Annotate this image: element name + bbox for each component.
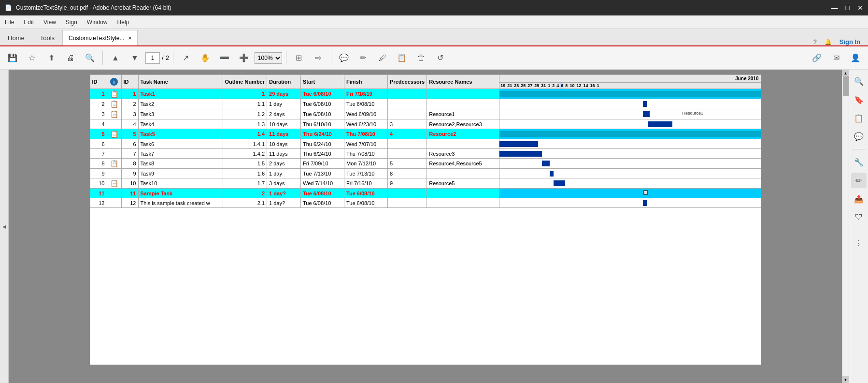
cell-resource: [427, 89, 499, 99]
cell-outline: 1.4.2: [223, 149, 267, 159]
account-button[interactable]: 👤: [847, 49, 864, 67]
cell-finish: Mon 7/12/10: [344, 159, 388, 169]
sidebar-comment-icon[interactable]: 💬: [851, 129, 867, 144]
table-row: 6 6 Task6 1.4.1 10 days Thu 6/24/10 Wed …: [90, 139, 761, 149]
menu-bar: File Edit View Sign Window Help: [0, 15, 868, 29]
search-button[interactable]: 🔍: [81, 49, 99, 67]
close-button[interactable]: ✕: [857, 4, 863, 12]
cell-id: 3: [90, 109, 107, 119]
zoom-in-button[interactable]: ➕: [235, 49, 253, 67]
cell-gantt: [499, 159, 761, 169]
sidebar-search-icon[interactable]: 🔍: [851, 74, 867, 89]
cell-pred: 4: [388, 129, 427, 139]
cell-finish: Thu 7/08/10: [344, 149, 388, 159]
zoom-out-button[interactable]: ➖: [216, 49, 233, 67]
cell-id2: 12: [121, 198, 138, 208]
minimize-button[interactable]: —: [831, 4, 838, 12]
zoom-select[interactable]: 100% 75% 125% 150%: [255, 52, 282, 64]
sidebar-layers-icon[interactable]: 📋: [851, 110, 867, 126]
cell-resource: [427, 198, 499, 208]
notification-icon[interactable]: 🔔: [825, 39, 832, 45]
cell-id2: 4: [121, 119, 138, 129]
cell-start: Thu 6/24/10: [301, 149, 344, 159]
sidebar-edit-icon[interactable]: ✏: [851, 173, 867, 188]
cell-duration: 10 days: [267, 119, 301, 129]
cell-outline: 2.1: [223, 198, 267, 208]
link-button[interactable]: 🔗: [808, 49, 825, 67]
cell-start: Tue 6/08/10: [301, 198, 344, 208]
cell-note: 📋: [107, 129, 121, 139]
tab-tools[interactable]: Tools: [32, 30, 62, 45]
cell-id: 12: [90, 198, 107, 208]
cell-outline: 1.3: [223, 119, 267, 129]
scroll-up-button[interactable]: ▲: [842, 70, 849, 76]
table-row: 12 12 This is sample task created w 2.1 …: [90, 198, 761, 208]
sidebar-export-icon[interactable]: 📤: [851, 191, 867, 206]
table-row: 4 4 Task4 1.3 10 days Thu 6/10/10 Wed 6/…: [90, 119, 761, 129]
share-button[interactable]: ⇨: [310, 49, 327, 67]
cell-start: Tue 7/13/10: [301, 169, 344, 178]
menu-edit[interactable]: Edit: [24, 19, 34, 26]
hand-tool-button[interactable]: ✋: [197, 49, 214, 67]
info-icon: i: [110, 78, 118, 86]
tab-close-button[interactable]: ×: [128, 35, 131, 42]
cell-id: 7: [90, 149, 107, 159]
cell-duration: 2 days: [267, 109, 301, 119]
sidebar-tools-icon[interactable]: 🔧: [851, 154, 867, 170]
left-panel-toggle[interactable]: ◀: [0, 70, 9, 383]
help-icon[interactable]: ?: [813, 39, 817, 45]
cell-pred: [388, 139, 427, 149]
bookmark-button[interactable]: ☆: [23, 49, 41, 67]
menu-window[interactable]: Window: [87, 19, 108, 26]
scroll-down-button[interactable]: ▼: [842, 376, 849, 383]
sidebar-protect-icon[interactable]: 🛡: [851, 209, 867, 225]
rotate-button[interactable]: ↺: [432, 49, 449, 67]
menu-help[interactable]: Help: [117, 19, 129, 26]
menu-file[interactable]: File: [5, 19, 14, 26]
cell-id: 9: [90, 169, 107, 178]
menu-view[interactable]: View: [43, 19, 56, 26]
cell-duration: 2 days: [267, 159, 301, 169]
highlight-button[interactable]: ✏: [355, 49, 372, 67]
tab-home[interactable]: Home: [0, 30, 32, 45]
scroll-thumb[interactable]: [843, 76, 849, 96]
view-options-button[interactable]: ⊞: [290, 49, 308, 67]
cell-taskname: Task2: [138, 99, 223, 109]
delete-button[interactable]: 🗑: [413, 49, 430, 67]
menu-sign[interactable]: Sign: [66, 19, 77, 26]
page-number-input[interactable]: [145, 52, 160, 64]
cell-outline: 1: [223, 89, 267, 99]
vertical-scrollbar[interactable]: ▲ ▼: [842, 70, 849, 383]
page-total: 2: [166, 54, 169, 61]
draw-button[interactable]: 🖊: [374, 49, 391, 67]
cell-note: [107, 189, 121, 198]
maximize-button[interactable]: □: [846, 4, 850, 12]
header-start: Start: [301, 75, 344, 89]
select-tool-button[interactable]: ↗: [177, 49, 195, 67]
toolbar: 💾 ☆ ⬆ 🖨 🔍 ▲ ▼ / 2 ↗ ✋ ➖ ➕ 100% 75% 125% …: [0, 46, 868, 70]
next-page-button[interactable]: ▼: [126, 49, 143, 67]
email-button[interactable]: ✉: [827, 49, 845, 67]
stamp-button[interactable]: 📋: [393, 49, 411, 67]
cell-pred: [388, 89, 427, 99]
comment-button[interactable]: 💬: [335, 49, 353, 67]
save-button[interactable]: 💾: [4, 49, 21, 67]
window-title: CustomizeTextStyle_out.pdf - Adobe Acrob…: [16, 4, 171, 11]
table-row: 9 9 Task9 1.6 1 day Tue 7/13/10 Tue 7/13…: [90, 169, 761, 178]
scroll-track: [842, 76, 849, 376]
print-button[interactable]: 🖨: [62, 49, 79, 67]
upload-button[interactable]: ⬆: [43, 49, 60, 67]
tab-bar-right: ? 🔔 Sign In: [813, 38, 868, 45]
sidebar-bookmark-icon[interactable]: 🔖: [851, 92, 867, 107]
gantt-table: ID i ID Task Name Outline Number Duratio…: [90, 74, 761, 208]
header-resource: Resource Names: [427, 75, 499, 89]
cell-start: Tue 6/08/10: [301, 99, 344, 109]
sign-in-button[interactable]: Sign In: [840, 38, 860, 45]
cell-outline: 1.4: [223, 129, 267, 139]
cell-id: 4: [90, 119, 107, 129]
sidebar-more-icon[interactable]: ⋮: [851, 235, 867, 250]
cell-finish: Wed 6/23/10: [344, 119, 388, 129]
prev-page-button[interactable]: ▲: [107, 49, 124, 67]
tab-document[interactable]: CustomizeTextStyle... ×: [62, 30, 138, 45]
cell-resource: Resource1: [427, 109, 499, 119]
